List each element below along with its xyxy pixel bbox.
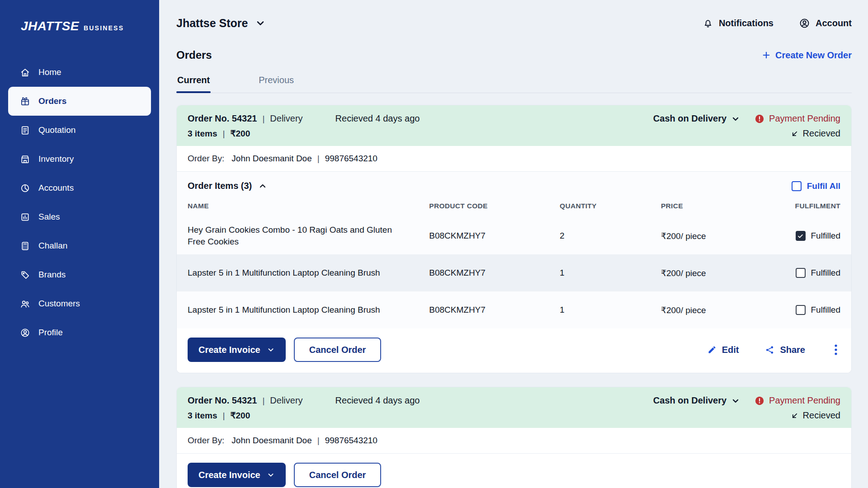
item-price: ₹200/ piece: [661, 305, 782, 315]
col-header-name: NAME: [188, 202, 429, 210]
page-title: Orders: [176, 49, 212, 61]
sidebar-item-home[interactable]: Home: [8, 58, 151, 87]
item-fulfilment: Fulfilled: [782, 305, 840, 315]
sidebar-item-accounts[interactable]: Accounts: [8, 174, 151, 202]
brand-logo[interactable]: JHATTSE BUSINESS: [0, 0, 159, 33]
order-amount: ₹200: [230, 128, 250, 139]
tab-current[interactable]: Current: [176, 75, 211, 93]
sidebar-item-profile[interactable]: Profile: [8, 318, 151, 347]
chevron-up-icon[interactable]: [258, 182, 267, 191]
pencil-icon: [708, 345, 717, 354]
order-by-label: Order By:: [188, 436, 224, 446]
order-number: Order No. 54321: [188, 395, 257, 406]
sales-icon: [20, 212, 30, 222]
received-ago: Recieved 4 days ago: [335, 113, 420, 124]
sidebar-item-label: Brands: [38, 270, 66, 280]
create-invoice-button[interactable]: Create Invoice: [188, 463, 286, 487]
sidebar-item-label: Quotation: [38, 125, 75, 135]
account-button[interactable]: Account: [799, 18, 852, 29]
received-status: Recieved: [790, 128, 840, 139]
separator: |: [317, 436, 320, 446]
item-quantity: 1: [560, 305, 661, 315]
chevron-down-icon: [731, 396, 740, 405]
fulfilled-checkbox[interactable]: [796, 231, 806, 241]
fulfilled-label: Fulfilled: [811, 305, 840, 315]
create-new-order-label: Create New Order: [775, 50, 852, 61]
topbar: Jhattse Store Notifications Account: [159, 0, 868, 46]
tab-previous[interactable]: Previous: [258, 75, 295, 93]
payment-status-label: Payment Pending: [769, 113, 840, 124]
quotation-icon: [20, 125, 30, 136]
item-price: ₹200/ piece: [661, 231, 782, 241]
item-quantity: 2: [560, 231, 661, 241]
edit-button[interactable]: Edit: [708, 345, 739, 355]
order-items-title: Order Items (3): [188, 181, 252, 191]
account-icon: [799, 18, 810, 29]
arrow-down-left-icon: [790, 411, 799, 420]
order-number: Order No. 54321: [188, 113, 257, 124]
sidebar-item-label: Inventory: [38, 154, 74, 164]
fulfil-all-checkbox[interactable]: [792, 181, 802, 191]
create-new-order-button[interactable]: Create New Order: [762, 50, 852, 61]
order-header-row-2: 3 items | ₹200 Recieved: [188, 128, 840, 139]
home-icon: [20, 67, 30, 78]
brand-name: JHATTSE: [21, 19, 79, 33]
fulfil-all-control[interactable]: Fulfil All: [792, 181, 840, 191]
sidebar-item-sales[interactable]: Sales: [8, 202, 151, 231]
item-product-code: B08CKMZHY7: [429, 305, 560, 315]
order-tabs: Current Previous: [176, 75, 852, 93]
customer-phone: 99876543210: [325, 436, 377, 446]
sidebar-item-label: Accounts: [38, 183, 74, 193]
page-head: Orders Create New Order: [176, 49, 852, 61]
order-card: Order No. 54321 | Delivery Recieved 4 da…: [176, 387, 852, 488]
payment-method-dropdown[interactable]: Cash on Delivery: [653, 113, 740, 124]
sidebar-item-inventory[interactable]: Inventory: [8, 145, 151, 174]
received-ago: Recieved 4 days ago: [335, 395, 420, 406]
main-area: Jhattse Store Notifications Account Orde…: [159, 0, 868, 488]
payment-method-label: Cash on Delivery: [653, 395, 726, 406]
fulfilled-checkbox[interactable]: [796, 268, 806, 278]
chevron-down-icon: [255, 18, 266, 28]
sidebar-item-label: Challan: [38, 241, 67, 251]
sidebar-item-quotation[interactable]: Quotation: [8, 116, 151, 145]
fulfilled-checkbox[interactable]: [796, 305, 806, 315]
col-header-product-code: PRODUCT CODE: [429, 202, 560, 210]
alert-circle-icon: [755, 114, 764, 124]
order-by-label: Order By:: [188, 154, 224, 164]
alert-circle-icon: [755, 396, 764, 406]
cancel-order-button[interactable]: Cancel Order: [294, 463, 382, 487]
payment-method-label: Cash on Delivery: [653, 113, 726, 124]
arrow-down-left-icon: [790, 129, 799, 138]
account-label: Account: [816, 18, 852, 28]
item-row: Lapster 5 in 1 Multifunction Laptop Clea…: [177, 291, 851, 328]
sidebar-item-customers[interactable]: Customers: [8, 289, 151, 318]
col-header-price: PRICE: [661, 202, 782, 210]
sidebar-item-label: Customers: [38, 299, 80, 309]
create-invoice-button[interactable]: Create Invoice: [188, 338, 286, 362]
order-card-footer: Create Invoice Cancel Order: [177, 454, 851, 488]
separator: |: [317, 154, 320, 164]
sidebar-item-orders[interactable]: Orders: [8, 87, 151, 116]
cancel-order-button[interactable]: Cancel Order: [294, 338, 382, 362]
share-button[interactable]: Share: [765, 345, 805, 355]
sidebar-item-challan[interactable]: Challan: [8, 231, 151, 260]
separator: |: [222, 129, 225, 139]
notifications-button[interactable]: Notifications: [703, 18, 774, 28]
item-name: Lapster 5 in 1 Multifunction Laptop Clea…: [188, 262, 429, 284]
order-card-header: Order No. 54321 | Delivery Recieved 4 da…: [177, 105, 851, 146]
items-table-header: NAME PRODUCT CODE QUANTITY PRICE FULFILM…: [177, 195, 851, 217]
order-type: Delivery: [270, 113, 302, 124]
create-invoice-label: Create Invoice: [198, 470, 260, 480]
chevron-down-icon: [267, 346, 275, 354]
challan-icon: [20, 241, 30, 251]
more-options-button[interactable]: [831, 344, 840, 356]
payment-status-badge: Payment Pending: [755, 113, 840, 124]
share-label: Share: [780, 345, 805, 355]
store-selector[interactable]: Jhattse Store: [176, 17, 266, 30]
customer-phone: 99876543210: [325, 154, 377, 164]
sidebar-item-brands[interactable]: Brands: [8, 260, 151, 289]
item-fulfilment: Fulfilled: [782, 231, 840, 241]
payment-method-dropdown[interactable]: Cash on Delivery: [653, 395, 740, 406]
item-price: ₹200/ piece: [661, 268, 782, 278]
separator: |: [222, 411, 225, 421]
